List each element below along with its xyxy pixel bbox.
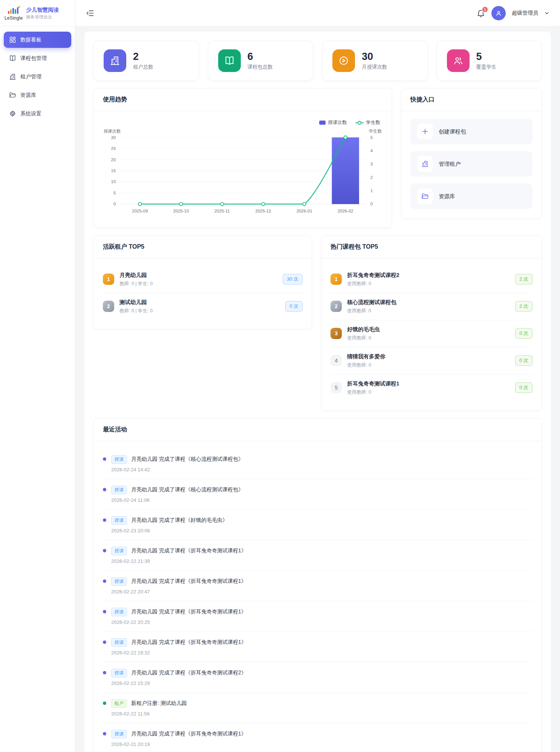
stat-card-monthly-lessons: 30 月授课次数	[322, 41, 428, 81]
quick-create-course-package-button[interactable]: 创建课程包	[410, 119, 532, 144]
rank-badge: 1	[330, 274, 342, 285]
rank-badge: 5	[330, 382, 342, 393]
use-count-pill: 0 次	[515, 382, 532, 393]
activity-dot	[103, 702, 106, 705]
user-name[interactable]: 超级管理员	[512, 10, 538, 17]
sidebar-item-course-packages[interactable]: 课程包管理	[4, 50, 71, 66]
line-marker-2025-11	[220, 202, 224, 206]
active-tenants-card: 活跃租户 TOP5 1 月亮幼儿园 教师: 0 | 学生: 0 30 次 2 测…	[93, 235, 312, 329]
svg-text:0: 0	[113, 202, 116, 206]
activity-tag: 授课	[111, 455, 127, 464]
activity-dot	[103, 518, 106, 522]
course-sub: 使用教师: 0	[347, 362, 510, 368]
line-marker-2025-09	[138, 202, 142, 206]
activity-time: 2026-02-22 20:47	[111, 589, 246, 595]
use-count-pill: 2 次	[515, 301, 532, 312]
legend-item-lessons[interactable]: 授课次数	[319, 119, 347, 126]
activity-row: 授课 月亮幼儿园 完成了课程《核心流程测试课程包》 2026-02-24 11:…	[103, 479, 532, 510]
sidebar-collapse-icon[interactable]	[86, 9, 94, 17]
sidebar-nav: 数据看板 课程包管理 租户管理 资源库 系统设置	[0, 26, 75, 127]
notification-badge: 5	[482, 6, 488, 13]
use-count-pill: 0 次	[515, 328, 532, 339]
course-rank-row[interactable]: 1 折耳兔奇奇测试课程2 使用教师: 0 2 次	[330, 266, 532, 293]
activity-tag: 授课	[111, 638, 127, 647]
activity-row: 授课 月亮幼儿园 完成了课程《折耳兔奇奇测试课程1》 2026-02-22 21…	[103, 540, 532, 571]
activity-row: 授课 月亮幼儿园 完成了课程《折耳兔奇奇测试课程2》 2026-02-22 15…	[103, 662, 532, 693]
course-name: 折耳兔奇奇测试课程1	[347, 381, 399, 387]
stat-card-tenants: 2 租户总数	[93, 41, 199, 81]
course-sub: 使用教师: 0	[347, 389, 510, 396]
chevron-down-icon[interactable]	[544, 11, 549, 16]
stat-cards: 2 租户总数 6 课程包总数 30 月授课次数	[93, 41, 542, 81]
bar-2026-02	[332, 138, 359, 204]
usage-trend-title: 使用趋势	[94, 89, 392, 111]
stat-value: 6	[248, 51, 273, 63]
book-icon	[9, 55, 16, 62]
active-tenants-title: 活跃租户 TOP5	[94, 236, 312, 258]
activity-time: 2026-02-22 11:56	[111, 711, 187, 717]
brand-text: LeSingle	[5, 15, 23, 21]
svg-text:2025-12: 2025-12	[256, 209, 271, 213]
quick-entry-card: 快捷入口 创建课程包 管理租户	[401, 88, 542, 219]
activity-dot	[103, 640, 106, 644]
use-count-pill: 2 次	[515, 274, 532, 284]
legend-label: 授课次数	[328, 119, 347, 126]
svg-text:3: 3	[370, 162, 373, 166]
rank-badge: 2	[103, 301, 114, 312]
tenant-rank-row[interactable]: 2 测试幼儿园 教师: 0 | 学生: 0 0 次	[103, 293, 303, 320]
quick-label: 创建课程包	[439, 128, 466, 135]
tenant-rank-row[interactable]: 1 月亮幼儿园 教师: 0 | 学生: 0 30 次	[103, 266, 303, 293]
sidebar-item-tenants[interactable]: 租户管理	[4, 69, 71, 85]
svg-text:10: 10	[111, 179, 116, 184]
sidebar-item-resources[interactable]: 资源库	[4, 87, 71, 103]
sidebar-item-label: 课程包管理	[20, 55, 47, 62]
sidebar-item-label: 数据看板	[20, 37, 41, 43]
activity-text: 月亮幼儿园 完成了课程《折耳兔奇奇测试课程1》	[131, 731, 246, 737]
activity-dot	[103, 457, 106, 461]
course-rank-row[interactable]: 5 折耳兔奇奇测试课程1 使用教师: 0 0 次	[330, 374, 532, 401]
activity-text: 月亮幼儿园 完成了课程《折耳兔奇奇测试课程2》	[131, 669, 246, 676]
svg-text:2026-01: 2026-01	[297, 209, 312, 213]
legend-item-students[interactable]: 学生数	[355, 119, 381, 126]
legend-line-swatch	[355, 121, 364, 125]
course-rank-row[interactable]: 2 核心流程测试课程包 使用教师: 0 2 次	[330, 293, 532, 320]
activity-text: 月亮幼儿园 完成了课程《核心流程测试课程包》	[131, 486, 243, 493]
activity-text: 月亮幼儿园 完成了课程《好饿的毛毛虫》	[131, 517, 228, 524]
activity-dot	[103, 671, 106, 674]
book-icon	[218, 49, 241, 72]
hot-courses-card: 热门课程包 TOP5 1 折耳兔奇奇测试课程2 使用教师: 0 2 次 2 核心…	[321, 235, 542, 411]
sidebar: LeSingle 少儿智慧阅读 服务管理后台 数据看板 课程包管理 租户管理	[0, 0, 75, 752]
stat-card-course-packages: 6 课程包总数	[208, 41, 314, 81]
sidebar-item-settings[interactable]: 系统设置	[4, 105, 71, 122]
logo-chart-icon	[6, 5, 21, 15]
quick-manage-tenants-button[interactable]: 管理租户	[410, 151, 532, 177]
activity-time: 2026-02-24 11:06	[111, 497, 243, 503]
tenant-name: 月亮幼儿园	[119, 272, 147, 278]
logo-mark: LeSingle	[5, 5, 23, 21]
activity-dot	[103, 488, 106, 491]
hot-courses-title: 热门课程包 TOP5	[321, 236, 542, 258]
gear-icon	[9, 110, 16, 117]
recent-activity-title: 最近活动	[94, 419, 542, 441]
activity-text: 月亮幼儿园 完成了课程《核心流程测试课程包》	[131, 456, 243, 463]
main-area: 5 超级管理员 2 租户总数	[75, 0, 560, 752]
tenant-sub: 教师: 0 | 学生: 0	[119, 281, 277, 287]
quick-resources-button[interactable]: 资源库	[410, 183, 532, 209]
svg-text:2025-09: 2025-09	[132, 209, 148, 213]
recent-activity-card: 最近活动 授课 月亮幼儿园 完成了课程《核心流程测试课程包》 2026-02-2…	[93, 418, 542, 752]
activity-time: 2026-02-22 19:32	[111, 650, 246, 656]
building-icon	[104, 49, 126, 72]
course-rank-row[interactable]: 3 好饿的毛毛虫 使用教师: 0 0 次	[330, 320, 532, 347]
building-icon	[9, 73, 16, 80]
sidebar-item-label: 租户管理	[20, 73, 41, 80]
dashboard-container: 2 租户总数 6 课程包总数 30 月授课次数	[84, 32, 551, 752]
avatar[interactable]	[491, 6, 506, 20]
notification-bell[interactable]: 5	[476, 9, 485, 18]
course-rank-row[interactable]: 4 猜猜我有多爱你 使用教师: 0 0 次	[330, 347, 532, 374]
usage-trend-chart: 051015202530012345授课次数学生数2025-092025-102…	[103, 128, 383, 219]
svg-text:20: 20	[111, 157, 116, 162]
course-sub: 使用教师: 0	[347, 335, 510, 341]
sidebar-item-dashboard[interactable]: 数据看板	[4, 32, 71, 48]
activity-text: 新租户注册: 测试幼儿园	[131, 700, 187, 707]
quick-label: 资源库	[439, 193, 455, 200]
